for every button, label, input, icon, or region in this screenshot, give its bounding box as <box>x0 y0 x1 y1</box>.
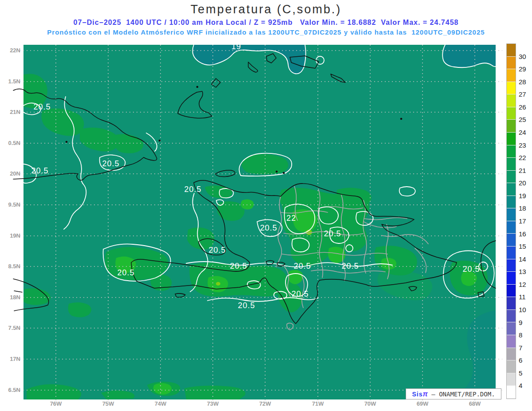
contour-label: 20.5 <box>184 185 201 194</box>
colorbar-segment <box>507 82 516 95</box>
colorbar-tick-label: 15 <box>519 243 532 250</box>
colorbar-tick-label: 18 <box>519 204 532 212</box>
colorbar-segment <box>507 259 516 272</box>
lon-tick-label: 75W <box>95 400 121 407</box>
colorbar-segment <box>507 208 516 221</box>
lat-tick-label: 17N <box>0 356 20 362</box>
lon-tick-label: 71W <box>305 400 331 407</box>
lat-tick-label: 1.5N <box>0 78 20 85</box>
lat-tick-label: 19N <box>0 232 20 239</box>
colorbar-segment <box>507 360 516 373</box>
colorbar-tick-label: 20 <box>519 179 532 187</box>
lon-tick-label: 74W <box>147 400 174 407</box>
contour-label: 20.5 <box>208 246 226 254</box>
colorbar-tick-label: 10 <box>519 306 532 313</box>
contour-label: 20.5 <box>230 262 247 270</box>
contour-label: 20.5 <box>293 262 311 270</box>
lon-tick-label: 73W <box>200 400 226 407</box>
colorbar-segment <box>507 322 516 335</box>
colorbar-segment <box>507 196 516 209</box>
colorbar-segment <box>507 69 516 82</box>
colorbar-segment <box>507 373 516 386</box>
lon-tick-label: 70W <box>357 400 383 407</box>
colorbar-tick-label: 13 <box>519 268 532 275</box>
contour-label: 20.5 <box>291 290 309 298</box>
lat-tick-label: 0.5N <box>0 140 20 146</box>
contour-label: 20.5 <box>341 262 359 270</box>
cay-dot <box>276 171 277 172</box>
colorbar-segment <box>507 171 516 184</box>
colorbar-tick-label: 16 <box>519 230 532 238</box>
colorbar-tick-label: 27 <box>519 90 532 98</box>
colorbar-tick-label: 11 <box>519 293 532 301</box>
colorbar-segment <box>507 285 516 297</box>
colorbar-segment <box>507 145 516 158</box>
lat-tick-label: 18N <box>0 294 20 301</box>
colorbar-segment <box>507 183 516 196</box>
contour-label: 20.5 <box>260 223 277 232</box>
colorbar-tick-label: 17 <box>519 217 532 225</box>
contour-label: 20.5 <box>238 301 255 310</box>
colorbar-tick-label: 19 <box>519 192 532 200</box>
contour-label: 20.5 <box>31 166 48 175</box>
contour-label: 20.5 <box>102 159 119 168</box>
contour-label: 20.5 <box>324 229 341 238</box>
contour-label: 20.5 <box>117 268 134 277</box>
colorbar-tick-label: 30 <box>519 53 532 60</box>
cay-dot <box>66 141 67 142</box>
colorbar-segment <box>507 94 516 107</box>
colorbar-segment <box>507 234 516 247</box>
lon-tick-label: 68W <box>462 400 488 407</box>
lon-tick-label: 72W <box>252 400 278 407</box>
contour-label: 20.5 <box>462 265 480 274</box>
cay-dot <box>196 86 198 87</box>
colorbar-tick-label: 23 <box>519 141 532 149</box>
colorbar-tick-label: 22 <box>519 154 532 161</box>
lat-tick-label: 20N <box>0 170 20 177</box>
colorbar-tick-label: 28 <box>519 78 532 86</box>
pi-icon: π <box>422 390 427 398</box>
weather-map-figure: Temperatura (C,somb.) 07−Dic−2025 1400 U… <box>0 0 532 411</box>
colorbar-tick-label: 5 <box>519 369 532 377</box>
colorbar-tick-label: 26 <box>519 103 532 111</box>
lon-tick-label: 69W <box>409 400 436 407</box>
colorbar-tick-label: 9 <box>519 319 532 326</box>
colorbar-segment <box>507 120 516 133</box>
colorbar-tick-label: 4 <box>519 382 532 389</box>
temperature-fill-layer <box>23 45 496 399</box>
colorbar-segment <box>507 348 516 361</box>
colorbar-segment <box>507 57 516 70</box>
colorbar-segment <box>507 386 516 399</box>
colorbar-segment <box>507 335 516 348</box>
colorbar-segment <box>507 133 516 145</box>
map-canvas: 1920.520.520.520.52220.520.520.520.520.5… <box>0 0 532 411</box>
colorbar-segment <box>507 107 516 120</box>
cay-dot <box>159 140 160 141</box>
colorbar-segment <box>507 247 516 259</box>
lat-tick-label: 22N <box>0 47 20 54</box>
colorbar-segment <box>507 44 516 57</box>
colorbar-tick-label: 25 <box>519 116 532 123</box>
colorbar-segment <box>507 158 516 171</box>
colorbar-tick-label: 8 <box>519 331 532 339</box>
contour-label: 22 <box>286 214 296 223</box>
contour-label: 20.5 <box>33 102 51 111</box>
colorbar-segment <box>507 221 516 234</box>
lat-tick-label: 6.5N <box>0 387 20 393</box>
contour-label: 19 <box>231 42 241 51</box>
colorbar-segment <box>507 310 516 323</box>
colorbar-tick-label: 7 <box>519 344 532 352</box>
cay-dot <box>283 172 284 173</box>
colorbar-tick-label: 14 <box>519 255 532 263</box>
lat-tick-label: 7.5N <box>0 325 20 331</box>
colorbar-segment <box>507 297 516 310</box>
lon-tick-label: 76W <box>43 400 69 407</box>
colorbar-segment <box>507 272 516 285</box>
credit-text: – ONAMET/REP.DOM. <box>428 391 495 398</box>
colorbar-tick-label: 21 <box>519 167 532 174</box>
lat-tick-label: 8.5N <box>0 263 20 270</box>
colorbar-tick-label: 6 <box>519 356 532 364</box>
colorbar-tick-label: 29 <box>519 65 532 73</box>
sea-fill <box>23 45 496 399</box>
colorbar-tick-label: 24 <box>519 129 532 136</box>
